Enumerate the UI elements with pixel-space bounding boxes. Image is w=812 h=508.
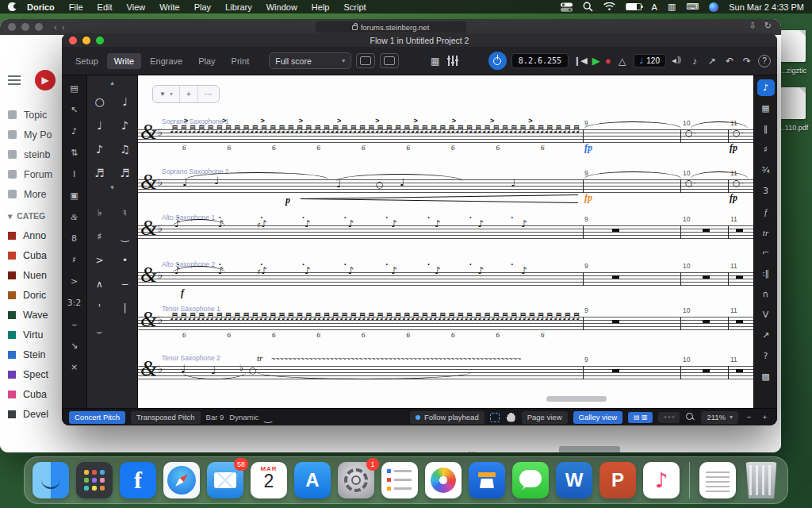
dock-keynote[interactable] — [469, 462, 505, 498]
address-bar[interactable]: forums.steinberg.net — [316, 21, 466, 33]
tuplet-tool-icon[interactable]: 3:2 — [66, 294, 83, 310]
category-item[interactable]: Cuba — [8, 245, 48, 265]
note-input-icon[interactable]: ♪ — [66, 123, 83, 139]
category-item[interactable]: Devel — [8, 404, 48, 424]
dynamics-icon[interactable]: f — [757, 203, 775, 220]
np-whole-note[interactable]: ○ — [90, 91, 110, 112]
dotted-whole-note[interactable]: ○· — [733, 128, 745, 138]
dorico-titlebar[interactable]: Flow 1 in Untitled Project 2 — [62, 33, 777, 47]
whole-note[interactable]: ○ — [249, 365, 258, 375]
dock-music[interactable]: ♪ — [643, 462, 680, 498]
menubar-clock[interactable]: Sun Mar 2 4:33 PM — [729, 2, 804, 12]
sidebar-item-more[interactable]: More — [8, 184, 52, 204]
np-dotted-note[interactable]: ♬ — [115, 163, 136, 183]
wifi-icon[interactable] — [603, 2, 615, 11]
whole-rest[interactable] — [736, 320, 743, 323]
browser-traffic-lights[interactable] — [8, 23, 43, 31]
whole-rest[interactable] — [612, 320, 619, 323]
share-icon[interactable]: ↗ — [706, 56, 718, 67]
category-item[interactable]: Spect — [8, 364, 48, 384]
dock-safari[interactable] — [163, 462, 200, 498]
sidebar-item-forum[interactable]: Forum — [8, 164, 52, 184]
np-half-note[interactable]: ♩ — [115, 91, 136, 112]
minimize-button[interactable] — [82, 37, 90, 44]
tab-engrave[interactable]: Engrave — [143, 53, 190, 69]
holds-pauses-icon[interactable]: ∩ — [757, 286, 775, 302]
articulation-tool-icon[interactable]: > — [66, 273, 83, 289]
dock-photos[interactable] — [425, 462, 462, 498]
panel-chevron-up-icon[interactable]: ▴ — [110, 79, 114, 90]
page-view-button[interactable]: Page view — [522, 411, 568, 424]
mixer-icon[interactable] — [446, 56, 459, 66]
tempo-display[interactable]: ♩ 120 — [634, 54, 666, 67]
insert-frame-button[interactable] — [380, 53, 399, 68]
dock-calendar[interactable]: MAR2 — [251, 462, 287, 498]
menu-script[interactable]: Script — [336, 2, 373, 12]
key-signatures-icon[interactable]: ♯ — [757, 141, 775, 158]
download-icon[interactable]: ⇩ — [749, 21, 756, 31]
follow-playhead-toggle[interactable]: Follow playhead — [410, 411, 485, 424]
whole-rest[interactable] — [736, 275, 743, 279]
dock-app-store[interactable]: A — [294, 462, 331, 498]
accidental-tool-icon[interactable]: ♯ — [66, 252, 83, 267]
tuplets-icon[interactable]: 3 — [757, 183, 775, 199]
np-flat[interactable]: ♭ — [90, 202, 110, 223]
hamburger-menu-icon[interactable] — [8, 75, 21, 85]
transposed-pitch-button[interactable]: Transposed Pitch — [131, 411, 201, 424]
scissors-icon[interactable]: × — [66, 359, 83, 375]
like-button[interactable]: ♡ — [466, 449, 477, 453]
dock-word[interactable]: W — [556, 462, 592, 498]
apple-menu-icon[interactable] — [8, 2, 17, 11]
dock-messages[interactable] — [512, 462, 549, 498]
pointer-tool-icon[interactable]: ↖ — [66, 102, 83, 117]
galley-view-button[interactable]: Galley view — [573, 411, 623, 424]
notation-sixteenth-run[interactable]: ♬♬♬♬♬♬♬♬♬♬♬♬♬♬♬♬♬♬♬♬♬♬♬♬♬♬♬♬♬♬♬♬♬♬♬♬♬♬♬♬… — [170, 124, 580, 135]
accidental-sharp[interactable]: ♯ — [257, 267, 261, 276]
np-accent[interactable]: > — [90, 250, 110, 271]
notation-sixteenth-run[interactable]: ♬♬♬♬♬♬♬♬♬♬♬♬♬♬♬♬♬♬♬♬♬♬♬♬♬♬♬♬♬♬♬♬♬♬♬♬♬♬♬♬… — [170, 311, 580, 322]
ornaments-icon[interactable]: tr — [757, 224, 775, 241]
help-button[interactable]: ? — [758, 55, 771, 67]
search-icon[interactable] — [583, 2, 593, 12]
time-signatures-icon[interactable]: ¾ — [757, 162, 775, 179]
np-tie[interactable]: ⌣ — [90, 321, 110, 342]
np-sixty-fourth-note[interactable]: ♬ — [90, 163, 110, 183]
dock-trash[interactable] — [743, 462, 779, 498]
tab-write[interactable]: Write — [107, 53, 141, 69]
concert-pitch-button[interactable]: Concert Pitch — [69, 411, 125, 424]
notation-note[interactable]: ♩ — [511, 177, 515, 189]
np-sixteenth-note[interactable]: ♪ — [90, 139, 110, 160]
category-item[interactable]: Anno — [8, 225, 48, 245]
np-staccatissimo[interactable]: ' — [90, 298, 110, 318]
desktop-file[interactable]: …zigztic — [777, 30, 809, 76]
dynamic-marking[interactable]: p — [285, 194, 290, 206]
menu-edit[interactable]: Edit — [90, 2, 120, 12]
desktop-file[interactable]: …110.pdf — [777, 87, 809, 133]
marquee-select-icon[interactable] — [490, 413, 500, 422]
dock-mail[interactable]: 58 — [207, 462, 243, 498]
view-options-buttons[interactable]: ▤ ▥ — [628, 412, 653, 423]
video-icon[interactable]: ▦ — [429, 56, 442, 67]
category-item[interactable]: Virtu — [8, 325, 48, 344]
sidebar-item-topics[interactable]: Topic — [8, 105, 52, 125]
categories-chevron-icon[interactable]: ▾ — [8, 211, 12, 221]
category-item[interactable]: Cuba — [8, 384, 48, 404]
dotted-whole-note[interactable]: ○· — [733, 178, 745, 188]
playing-techniques-icon[interactable]: V — [757, 306, 775, 323]
browser-zoom-button[interactable] — [35, 23, 43, 31]
play-button[interactable]: ▶ — [592, 55, 600, 67]
notes-panel-icon[interactable]: ♪ — [757, 79, 775, 96]
zoom-select[interactable]: 211% ▾ — [701, 411, 738, 424]
np-staccato[interactable]: • — [115, 250, 136, 271]
whole-rest[interactable] — [703, 275, 710, 279]
np-natural[interactable]: ♮ — [115, 202, 136, 223]
menu-file[interactable]: File — [62, 2, 90, 12]
reload-icon[interactable]: ↻ — [764, 21, 772, 31]
whole-rest[interactable] — [703, 320, 710, 323]
menu-play[interactable]: Play — [187, 2, 218, 12]
menu-window[interactable]: Window — [259, 2, 304, 12]
sidebar-item-steinberg[interactable]: steinb — [8, 144, 52, 164]
menu-library[interactable]: Library — [218, 2, 259, 12]
whole-rest[interactable] — [703, 229, 710, 232]
category-item[interactable]: Nuen — [8, 265, 48, 285]
